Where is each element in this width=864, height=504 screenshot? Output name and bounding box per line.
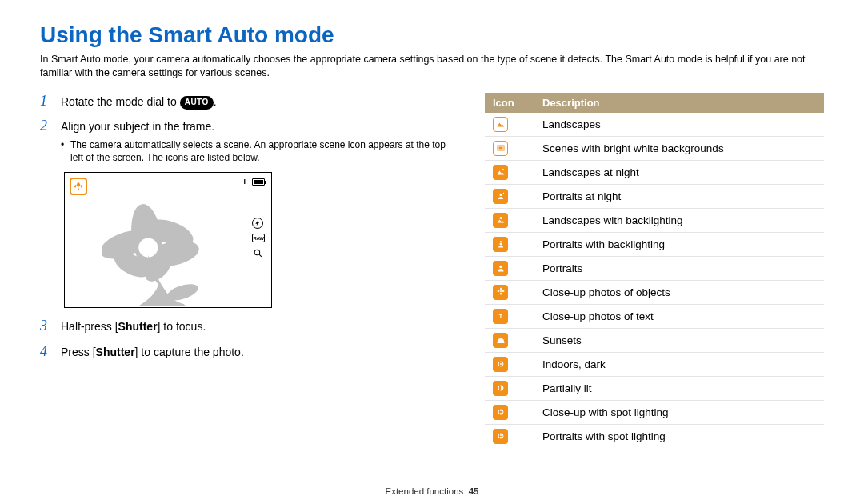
- scene-icon: [493, 357, 508, 372]
- magnify-icon: [252, 247, 263, 258]
- step-number: 3: [40, 318, 53, 335]
- scene-description: Sunsets: [534, 328, 824, 352]
- table-row: Indoors, dark: [485, 352, 824, 376]
- step-number: 4: [40, 343, 53, 361]
- svg-point-18: [499, 266, 502, 269]
- counter-indicator: I: [243, 178, 246, 186]
- svg-point-23: [502, 290, 504, 292]
- shutter-key: Shutter: [118, 320, 158, 333]
- step-text: .: [214, 95, 217, 108]
- svg-point-14: [502, 193, 503, 194]
- scene-icon: [493, 165, 508, 180]
- svg-point-8: [138, 238, 158, 258]
- table-row: Close-up with spot lighting: [485, 400, 824, 424]
- flash-icon: [252, 218, 263, 229]
- svg-point-33: [500, 434, 502, 436]
- step-2: 2 Align your subject in the frame. The c…: [40, 118, 456, 164]
- table-row: Landscapes at night: [485, 160, 824, 184]
- scene-description: Close-up photos of text: [534, 304, 824, 328]
- scene-description: Landscapes at night: [534, 160, 824, 184]
- svg-text:T: T: [498, 314, 502, 319]
- step-text: Half-press [: [61, 320, 118, 333]
- svg-point-19: [500, 290, 502, 292]
- battery-icon: [252, 178, 265, 186]
- svg-point-13: [499, 194, 502, 196]
- table-row: Portraits at night: [485, 184, 824, 208]
- svg-point-27: [500, 363, 502, 365]
- scene-icon: [493, 405, 508, 420]
- macro-scene-icon: [70, 178, 87, 195]
- footer-page: 45: [469, 486, 479, 496]
- scene-icon: [493, 141, 508, 156]
- step-text: ] to capture the photo.: [135, 346, 244, 358]
- scene-description: Indoors, dark: [534, 352, 824, 376]
- svg-point-17: [499, 243, 502, 246]
- svg-point-20: [500, 288, 502, 290]
- left-column: 1 Rotate the mode dial to AUTO. 2 Align …: [40, 93, 456, 448]
- scene-icon: [493, 237, 508, 252]
- step-number: 2: [40, 118, 53, 164]
- table-row: Scenes with bright white backgrounds: [485, 136, 824, 160]
- scene-description: Portraits: [534, 256, 824, 280]
- scene-description: Scenes with bright white backgrounds: [534, 136, 824, 160]
- svg-point-21: [500, 293, 502, 295]
- table-row: TClose-up photos of text: [485, 304, 824, 328]
- scene-description: Portraits at night: [534, 184, 824, 208]
- page-title: Using the Smart Auto mode: [40, 22, 824, 48]
- table-row: Portraits with spot lighting: [485, 424, 824, 448]
- scene-description: Landscapes with backlighting: [534, 208, 824, 232]
- table-row: Portraits: [485, 256, 824, 280]
- step-text: Align your subject in the frame.: [61, 119, 456, 135]
- step-text: Press [: [61, 346, 96, 358]
- step-3: 3 Half-press [Shutter] to focus.: [40, 318, 456, 335]
- step-text: ] to focus.: [158, 320, 206, 333]
- table-row: Landscapes with backlighting: [485, 208, 824, 232]
- intro-paragraph: In Smart Auto mode, your camera automati…: [40, 53, 824, 80]
- table-header-icon: Icon: [485, 93, 534, 113]
- footer-section: Extended functions: [385, 486, 463, 496]
- flower-illustration: [102, 202, 222, 306]
- scene-icon: [493, 285, 508, 300]
- scene-description: Portraits with spot lighting: [534, 424, 824, 448]
- table-row: Landscapes: [485, 113, 824, 137]
- raw-icon: RAW: [252, 234, 265, 242]
- table-header-desc: Description: [534, 93, 824, 113]
- auto-mode-badge: AUTO: [180, 96, 214, 110]
- svg-point-30: [500, 410, 502, 411]
- svg-point-12: [502, 169, 504, 170]
- scene-description: Close-up photos of objects: [534, 280, 824, 304]
- scene-icon: [493, 117, 508, 132]
- scene-icon: T: [493, 309, 508, 324]
- svg-line-1: [258, 254, 261, 256]
- table-row: Partially lit: [485, 376, 824, 400]
- svg-rect-11: [498, 147, 502, 150]
- scene-icon: [493, 261, 508, 276]
- step-1: 1 Rotate the mode dial to AUTO.: [40, 93, 456, 110]
- step-text: Rotate the mode dial to: [61, 95, 180, 108]
- page-footer: Extended functions 45: [0, 486, 864, 496]
- step-note: The camera automatically selects a scene…: [61, 138, 456, 164]
- scene-icon: [493, 189, 508, 204]
- scene-description: Landscapes: [534, 113, 824, 137]
- svg-point-16: [500, 241, 502, 242]
- svg-point-15: [499, 217, 502, 219]
- step-4: 4 Press [Shutter] to capture the photo.: [40, 343, 456, 361]
- scene-icon: [493, 213, 508, 228]
- camera-lcd-illustration: I RAW: [64, 172, 272, 308]
- scene-description: Portraits with backlighting: [534, 232, 824, 256]
- step-number: 1: [40, 93, 53, 110]
- svg-point-31: [499, 413, 502, 414]
- table-row: Portraits with backlighting: [485, 232, 824, 256]
- table-row: Sunsets: [485, 328, 824, 352]
- table-row: Close-up photos of objects: [485, 280, 824, 304]
- scene-icon: [493, 333, 508, 348]
- scene-icon-table: Icon Description LandscapesScenes with b…: [485, 93, 824, 448]
- scene-description: Partially lit: [534, 376, 824, 400]
- scene-description: Close-up with spot lighting: [534, 400, 824, 424]
- scene-icon: [493, 381, 508, 396]
- scene-icon: [493, 429, 508, 444]
- svg-point-22: [497, 290, 499, 292]
- shutter-key: Shutter: [96, 346, 135, 358]
